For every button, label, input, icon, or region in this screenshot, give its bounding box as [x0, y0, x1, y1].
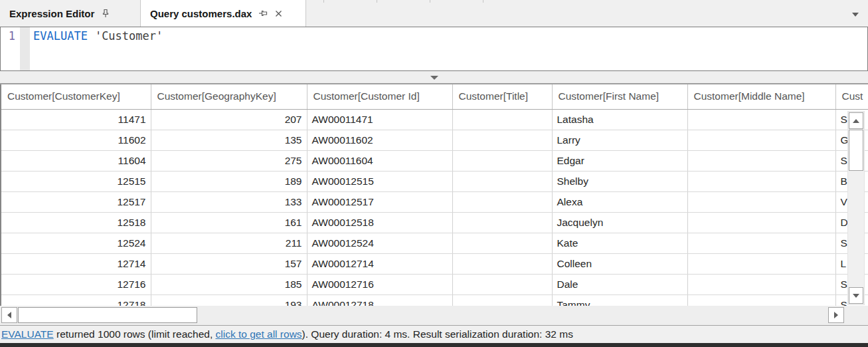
table-cell: Jacquelyn	[552, 212, 687, 233]
table-cell	[687, 294, 835, 306]
scroll-right-button[interactable]	[828, 307, 844, 323]
splitter-collapse-icon[interactable]	[430, 76, 438, 80]
table-cell: Dale	[552, 274, 687, 294]
dax-code-editor[interactable]: 1 EVALUATE'Customer'	[0, 27, 868, 71]
column-header[interactable]: Customer[GeographyKey]	[151, 84, 307, 109]
horizontal-scrollbar-thumb[interactable]	[18, 307, 197, 323]
table-cell	[452, 191, 552, 212]
table-cell: Edgar	[552, 150, 687, 171]
table-cell: 12714	[1, 253, 151, 274]
table-cell	[452, 212, 552, 233]
tab-query-customers-dax[interactable]: Query customers.dax	[141, 0, 306, 27]
column-header[interactable]: Customer[Middle Name]	[687, 84, 835, 109]
tab-expression-editor-label: Expression Editor	[9, 8, 94, 19]
window-bottom-edge	[0, 343, 868, 347]
table-cell: Colleen	[552, 253, 687, 274]
column-header[interactable]: Cust	[835, 84, 868, 109]
editor-results-splitter[interactable]	[0, 71, 868, 84]
scroll-up-button[interactable]	[849, 112, 863, 129]
table-row: 12524211AW00012524KateS	[1, 233, 868, 253]
table-cell: Latasha	[552, 109, 687, 130]
results-table: Customer[CustomerKey]Customer[GeographyK…	[1, 84, 868, 306]
get-all-rows-link[interactable]: click to get all rows	[216, 328, 302, 340]
table-cell	[687, 171, 835, 191]
column-header[interactable]: Customer[Title]	[452, 84, 552, 109]
table-cell: 11604	[1, 150, 151, 171]
table-cell: 135	[151, 130, 307, 150]
status-text-1: returned 1000 rows (limit reached,	[54, 328, 216, 340]
table-cell: Alexa	[552, 191, 687, 212]
table-cell: 12518	[1, 212, 151, 233]
table-cell: AW00012518	[307, 212, 452, 233]
vertical-scrollbar[interactable]	[847, 111, 865, 305]
document-tab-bar: Expression Editor Query customers.dax	[0, 0, 868, 27]
scroll-down-button[interactable]	[849, 287, 863, 304]
table-cell: AW00012515	[307, 171, 452, 191]
table-cell: AW00011602	[307, 130, 452, 150]
table-cell: Kate	[552, 233, 687, 253]
table-cell: 193	[151, 294, 307, 306]
table-cell: Tammy	[552, 294, 687, 306]
query-status-bar: EVALUATE returned 1000 rows (limit reach…	[0, 325, 868, 343]
horizontal-scrollbar[interactable]	[0, 306, 868, 325]
table-cell: AW00012714	[307, 253, 452, 274]
column-header[interactable]: Customer[CustomerKey]	[1, 84, 151, 109]
table-cell: 12524	[1, 233, 151, 253]
table-cell: 185	[151, 274, 307, 294]
table-cell: 12517	[1, 191, 151, 212]
table-row: 11602135AW00011602LarryG	[1, 130, 868, 150]
pin-icon[interactable]	[101, 9, 110, 18]
vertical-scrollbar-thumb[interactable]	[849, 130, 863, 171]
tab-bar-tick	[323, 0, 324, 3]
arrow-left-icon	[7, 312, 11, 318]
tab-query-customers-dax-label: Query customers.dax	[150, 8, 252, 19]
results-header-row: Customer[CustomerKey]Customer[GeographyK…	[1, 84, 868, 109]
tab-overflow-dropdown-icon[interactable]	[852, 13, 859, 17]
table-cell: 12716	[1, 274, 151, 294]
query-results-grid: Customer[CustomerKey]Customer[GeographyK…	[0, 84, 868, 306]
close-icon[interactable]	[274, 9, 283, 18]
tab-bar-tick	[483, 0, 483, 3]
table-row: 12515189AW00012515ShelbyB	[1, 171, 868, 191]
table-cell: 275	[151, 150, 307, 171]
code-folding-margin	[20, 27, 30, 70]
table-cell: AW00012718	[307, 294, 452, 306]
dax-studio-window: Expression Editor Query customers.dax	[0, 0, 868, 347]
evaluate-link[interactable]: EVALUATE	[1, 328, 54, 340]
table-cell: 12515	[1, 171, 151, 191]
line-number-gutter: 1	[1, 27, 20, 70]
column-header[interactable]: Customer[Customer Id]	[307, 84, 452, 109]
table-cell: 211	[151, 233, 307, 253]
table-cell	[452, 109, 552, 130]
table-cell: 11602	[1, 130, 151, 150]
table-cell: AW00012524	[307, 233, 452, 253]
table-row: 12518161AW00012518JacquelynD	[1, 212, 868, 233]
table-cell	[687, 109, 835, 130]
table-cell	[687, 130, 835, 150]
status-text-2: ). Query duration: 4 ms. Result serializ…	[302, 328, 573, 340]
table-cell	[452, 233, 552, 253]
code-line-1: EVALUATE'Customer'	[30, 27, 867, 43]
table-cell: Larry	[552, 130, 687, 150]
table-row: 12517133AW00012517AlexaV	[1, 191, 868, 212]
table-cell: AW00012517	[307, 191, 452, 212]
table-row: 11471207AW00011471LatashaS	[1, 109, 868, 130]
code-text-area[interactable]: EVALUATE'Customer'	[30, 27, 867, 70]
table-cell: AW00011604	[307, 150, 452, 171]
table-cell: AW00011471	[307, 109, 452, 130]
scroll-left-button[interactable]	[1, 307, 17, 323]
arrow-up-icon	[853, 119, 859, 123]
arrow-down-icon	[853, 294, 859, 298]
table-cell: 11471	[1, 109, 151, 130]
table-cell	[452, 171, 552, 191]
table-cell	[452, 130, 552, 150]
tab-bar-tick	[377, 0, 377, 3]
tab-bar-tick	[430, 0, 430, 3]
table-cell	[687, 274, 835, 294]
table-cell	[452, 274, 552, 294]
column-header[interactable]: Customer[First Name]	[552, 84, 687, 109]
unpin-icon[interactable]	[258, 9, 268, 18]
tab-expression-editor[interactable]: Expression Editor	[0, 0, 141, 27]
table-row: 11604275AW00011604EdgarS	[1, 150, 868, 171]
table-cell	[687, 253, 835, 274]
